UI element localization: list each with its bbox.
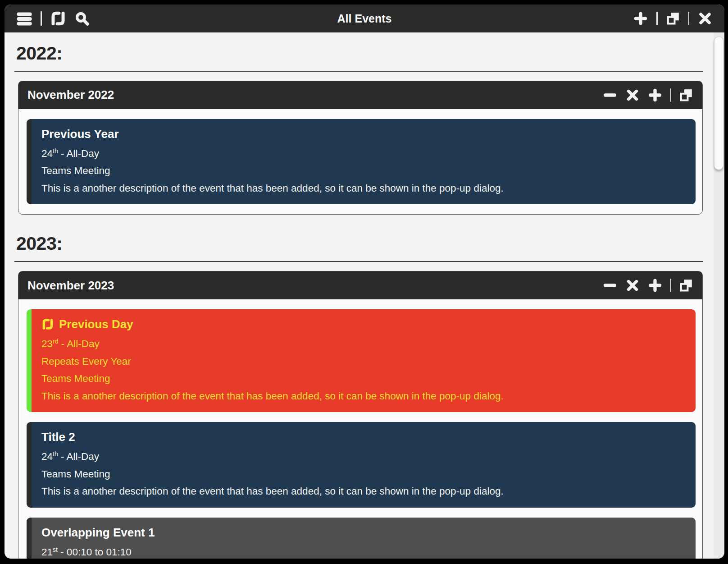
event-description: This is a another description of the eve… xyxy=(41,483,687,500)
panel-body: Previous Day 23rd - All-Day Repeats Ever… xyxy=(18,299,702,559)
restore-icon xyxy=(679,88,693,102)
add-icon xyxy=(647,87,663,103)
event-title: Previous Year xyxy=(41,125,687,143)
year-heading: 2022: xyxy=(16,43,703,64)
year-heading: 2023: xyxy=(16,234,703,254)
minimize-button[interactable] xyxy=(602,87,618,103)
panel-title: November 2023 xyxy=(27,279,114,293)
month-panel-november-2023: November 2023 xyxy=(18,271,703,559)
event-date: 24th - All-Day xyxy=(41,145,687,163)
titlebar-left-group xyxy=(16,10,90,27)
restore-panel-button[interactable] xyxy=(679,278,693,293)
panel-header: November 2022 xyxy=(18,81,702,109)
event-location: Teams Meeting xyxy=(41,162,687,180)
event-card-previous-day[interactable]: Previous Day 23rd - All-Day Repeats Ever… xyxy=(27,309,696,412)
titlebar-separator xyxy=(656,12,658,25)
event-description: This is a another description of the eve… xyxy=(41,180,687,197)
app-logo-icon xyxy=(50,10,66,27)
panel-controls xyxy=(602,278,694,293)
event-card-overlapping-event-1[interactable]: Overlapping Event 1 21st - 00:10 to 01:1… xyxy=(27,518,696,559)
event-date: 23rd - All-Day xyxy=(41,335,687,353)
event-location: Teams Meeting xyxy=(41,370,687,388)
restore-panel-button[interactable] xyxy=(679,88,693,102)
event-date: 21st - 00:10 to 01:10 xyxy=(41,544,687,559)
events-scroll-area: 2022: November 2022 xyxy=(5,32,724,559)
restore-icon xyxy=(666,11,680,26)
panel-controls-separator xyxy=(670,279,672,292)
event-description: This is a another description of the eve… xyxy=(41,388,687,405)
scrollbar-thumb[interactable] xyxy=(714,37,723,170)
panel-controls-separator xyxy=(670,88,672,102)
add-icon xyxy=(633,11,648,26)
minimize-icon xyxy=(602,87,618,103)
panel-title: November 2022 xyxy=(27,88,114,102)
add-button[interactable] xyxy=(633,11,648,26)
event-card-previous-year[interactable]: Previous Year 24th - All-Day Teams Meeti… xyxy=(27,119,696,205)
section-divider xyxy=(14,261,703,262)
app-logo-button[interactable] xyxy=(50,10,66,27)
restore-button[interactable] xyxy=(666,11,680,26)
event-title: Title 2 xyxy=(41,428,687,446)
add-event-button[interactable] xyxy=(647,87,663,103)
panel-header: November 2023 xyxy=(18,271,702,299)
titlebar-separator xyxy=(688,12,690,25)
panel-controls xyxy=(602,87,694,103)
titlebar-right-group xyxy=(633,11,713,26)
close-icon xyxy=(625,278,640,293)
titlebar: All Events xyxy=(5,5,724,32)
panel-body: Previous Year 24th - All-Day Teams Meeti… xyxy=(18,109,702,215)
month-panel-november-2022: November 2022 xyxy=(18,81,703,215)
search-button[interactable] xyxy=(74,11,90,26)
minimize-button[interactable] xyxy=(602,278,618,293)
section-divider xyxy=(14,71,703,72)
close-panel-button[interactable] xyxy=(625,88,640,102)
event-title: Overlapping Event 1 xyxy=(41,523,687,541)
search-icon xyxy=(74,11,90,26)
window-title: All Events xyxy=(337,12,392,25)
add-icon xyxy=(647,278,663,293)
close-icon xyxy=(625,88,640,102)
close-button[interactable] xyxy=(697,11,713,26)
event-title: Previous Day xyxy=(41,315,687,333)
menu-button[interactable] xyxy=(16,10,32,27)
titlebar-separator xyxy=(41,11,42,26)
year-section-2023: 2023: November 2023 xyxy=(14,234,703,559)
restore-icon xyxy=(679,278,693,293)
app-window: All Events xyxy=(5,5,724,559)
repeat-event-icon xyxy=(41,318,54,330)
event-date: 24th - All-Day xyxy=(41,448,687,466)
event-location: Teams Meeting xyxy=(41,466,687,483)
menu-icon xyxy=(16,10,32,27)
event-card-title-2[interactable]: Title 2 24th - All-Day Teams Meeting Thi… xyxy=(27,422,696,508)
scrollbar-track[interactable] xyxy=(714,32,723,559)
minimize-icon xyxy=(602,278,618,293)
add-event-button[interactable] xyxy=(647,278,663,293)
year-section-2022: 2022: November 2022 xyxy=(14,43,703,215)
close-icon xyxy=(697,11,713,26)
close-panel-button[interactable] xyxy=(625,278,640,293)
event-recurrence: Repeats Every Year xyxy=(41,353,687,371)
